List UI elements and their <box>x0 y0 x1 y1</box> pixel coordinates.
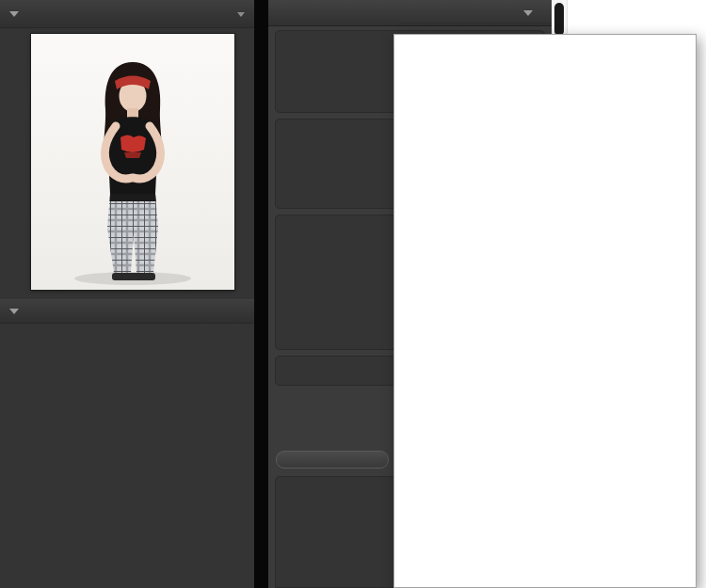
saved-preset-dropdown-menu <box>393 34 697 588</box>
zoom-dropdown-icon[interactable] <box>237 12 245 17</box>
scrollbar-thumb[interactable] <box>554 3 564 36</box>
quick-describe-button[interactable] <box>276 451 389 469</box>
presets-disclosure-icon[interactable] <box>9 309 19 314</box>
quick-develop-header[interactable] <box>268 0 552 26</box>
navigator-header[interactable] <box>0 0 254 28</box>
quick-develop-disclosure-icon[interactable] <box>523 10 533 16</box>
navigator-preview[interactable] <box>31 34 234 290</box>
left-panel <box>0 0 254 588</box>
panel-divider <box>254 0 268 588</box>
presets-header[interactable] <box>0 299 254 324</box>
navigator-disclosure-icon[interactable] <box>9 11 19 17</box>
model-photo <box>31 34 234 290</box>
lightroom-window <box>0 0 706 588</box>
menu-separator <box>394 38 696 50</box>
